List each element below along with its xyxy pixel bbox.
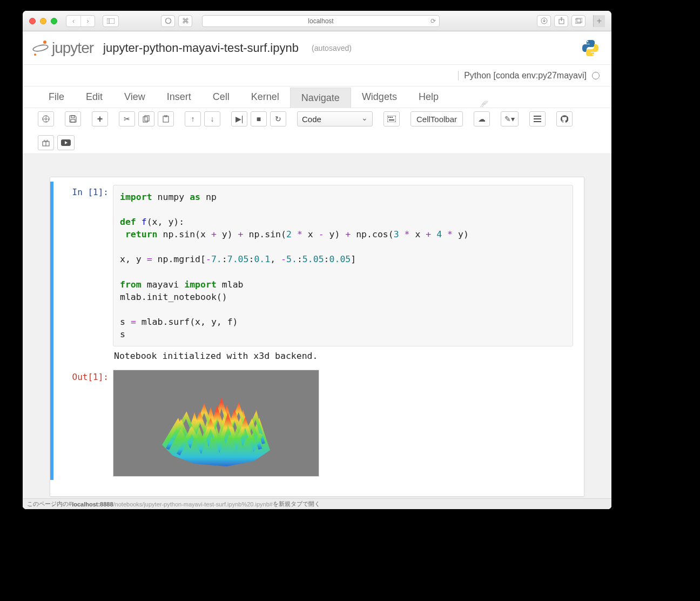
status-bar: このページ内の#localhost:8888/notebooks/jupyter… [23,498,611,509]
svg-rect-15 [163,116,169,122]
stop-button[interactable]: ■ [251,111,267,126]
notebook-container: In [1]: import numpy as np def f(x, y): … [50,177,584,497]
github-button[interactable] [556,111,573,126]
jupyter-logo-text: jupyter [52,39,93,57]
notebook-scroll-area[interactable]: In [1]: import numpy as np def f(x, y): … [23,154,611,509]
svg-rect-6 [577,18,582,22]
menu-widgets[interactable]: Widgets [351,87,408,107]
menu-help[interactable]: Help [408,87,449,107]
reload-icon[interactable]: ⟳ [430,17,436,25]
out-prompt: Out[1]: [53,366,113,480]
svg-rect-5 [575,19,581,23]
share-button[interactable] [554,15,568,27]
output-cell: Out[1]: [50,366,584,480]
kernel-name[interactable]: Python [conda env:py27mayavi] [458,71,587,81]
move-up-button[interactable]: ↑ [185,111,201,126]
save-button[interactable] [38,111,54,126]
share-icon[interactable] [161,15,175,27]
menu-file[interactable]: File [38,87,75,107]
youtube-button[interactable] [57,135,75,150]
zoom-window-button[interactable] [51,18,57,24]
svg-point-7 [587,41,588,42]
forward-button[interactable]: › [80,16,95,26]
svg-rect-12 [71,119,75,122]
back-button[interactable]: ‹ [66,16,80,26]
menu-navigate[interactable]: Navigate [290,88,351,108]
stdout-output: Notebook initialized with x3d backend. [113,346,573,363]
menu-kernel[interactable]: Kernel [240,87,290,107]
kernel-idle-icon [592,72,600,79]
svg-rect-19 [390,117,391,118]
jupyter-planet-icon [32,40,49,56]
code-editor[interactable]: import numpy as np def f(x, y): return n… [113,185,573,346]
menu-cell[interactable]: Cell [202,87,240,107]
sidebar-toggle-button[interactable] [103,15,119,27]
extensions-icon[interactable]: ⌘ [178,15,192,27]
menu-bar: FileEditViewInsertCellKernelNavigateWidg… [23,86,611,108]
nav-back-forward: ‹ › [66,15,95,27]
notebook-title[interactable]: jupyter-python-mayavi-test-surf.ipynb [103,41,299,55]
save-disk-button[interactable] [65,111,81,126]
gift-button[interactable] [38,135,54,150]
cell-type-select[interactable]: Code [297,111,373,126]
menu-view[interactable]: View [113,87,156,107]
copy-button[interactable] [138,111,154,126]
command-palette-button[interactable] [383,111,400,126]
tabs-overview-icon[interactable] [571,15,585,27]
kernel-status-bar: Python [conda env:py27mayavi] [23,65,611,86]
svg-rect-11 [71,116,75,118]
mayavi-surface-output[interactable] [113,370,319,477]
python-logo-icon [581,39,600,59]
new-tab-button[interactable]: + [593,15,605,27]
svg-rect-17 [387,116,396,122]
paste-button[interactable] [158,111,174,126]
window-controls [29,18,57,24]
run-button[interactable]: ▶| [231,111,247,126]
url-text: localhost [308,17,333,25]
restart-button[interactable]: ↻ [270,111,286,126]
menu-insert[interactable]: Insert [156,87,202,107]
toc-button[interactable] [529,111,546,126]
toolbar: + ✂ ↑ ↓ ▶| ■ ↻ Code CellToolbar ☁ [23,108,611,154]
close-window-button[interactable] [29,18,36,24]
downloads-icon[interactable] [537,15,551,27]
url-bar[interactable]: localhost ⟳ [202,15,440,27]
svg-point-10 [45,118,47,120]
titlebar: ‹ › ⌘ localhost ⟳ + [23,11,611,31]
autosaved-label: (autosaved) [312,44,352,52]
jupyter-logo[interactable]: jupyter [32,39,93,57]
cell-type-value: Code [302,115,321,124]
svg-point-8 [593,54,594,55]
menu-edit[interactable]: Edit [75,87,113,107]
add-cell-button[interactable]: + [92,111,108,126]
cut-button[interactable]: ✂ [119,111,135,126]
move-down-button[interactable]: ↓ [204,111,220,126]
svg-rect-21 [389,119,394,121]
svg-point-2 [165,18,171,24]
cloud-button[interactable]: ☁ [474,111,490,126]
code-cell[interactable]: In [1]: import numpy as np def f(x, y): … [50,182,584,366]
jupyter-header: jupyter jupyter-python-mayavi-test-surf.… [23,31,611,65]
brush-button[interactable]: ✎▾ [501,111,519,126]
minimize-window-button[interactable] [40,18,46,24]
page-content: jupyter jupyter-python-mayavi-test-surf.… [23,31,611,509]
svg-point-9 [43,116,49,122]
in-prompt: In [1]: [53,182,113,366]
cell-toolbar-button[interactable]: CellToolbar [410,111,463,126]
svg-rect-18 [388,117,389,118]
browser-window: ‹ › ⌘ localhost ⟳ + [23,11,611,509]
svg-rect-20 [392,117,393,118]
resize-handle-icon[interactable]: ///// [480,102,487,106]
svg-rect-0 [107,18,115,24]
